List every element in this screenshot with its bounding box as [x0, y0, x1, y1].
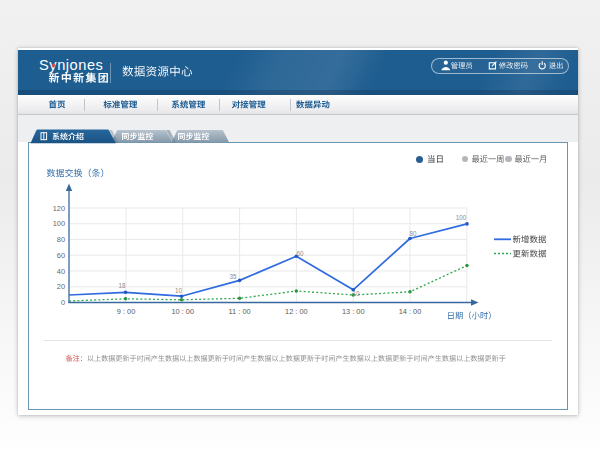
svg-text:13 : 00: 13 : 00 [342, 307, 365, 316]
svg-text:10: 10 [175, 287, 183, 294]
svg-text:100: 100 [456, 214, 467, 221]
svg-text:18: 18 [118, 282, 126, 289]
svg-text:80: 80 [409, 230, 417, 237]
svg-text:80: 80 [57, 235, 65, 244]
svg-text:40: 40 [57, 267, 65, 276]
svg-text:60: 60 [296, 250, 304, 257]
svg-text:0: 0 [61, 298, 65, 307]
svg-text:14 : 00: 14 : 00 [399, 307, 422, 316]
svg-text:11 : 00: 11 : 00 [229, 307, 251, 316]
svg-text:9 : 00: 9 : 00 [117, 307, 136, 316]
svg-text:100: 100 [53, 219, 65, 228]
svg-text:20: 20 [57, 282, 65, 291]
svg-text:12 : 00: 12 : 00 [285, 307, 308, 316]
svg-text:120: 120 [53, 204, 65, 213]
svg-text:35: 35 [229, 273, 237, 280]
svg-text:10 : 00: 10 : 00 [171, 307, 194, 316]
svg-text:10: 10 [352, 290, 360, 297]
svg-text:60: 60 [57, 251, 65, 260]
